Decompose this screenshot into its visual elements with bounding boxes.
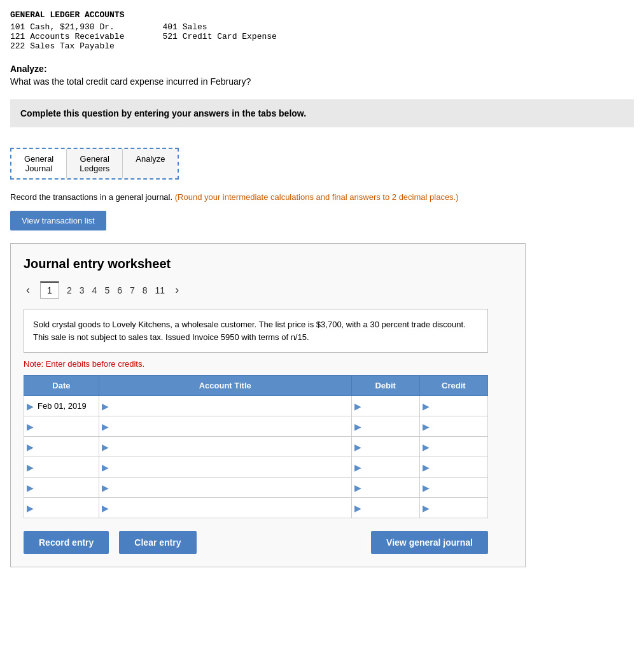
- account-cell-3[interactable]: ▶: [99, 437, 351, 457]
- debit-arrow-2: ▶: [352, 422, 361, 432]
- note-text: Note: Enter debits before credits.: [24, 359, 512, 369]
- col-header-account: Account Title: [99, 376, 351, 396]
- page-6-button[interactable]: 6: [117, 285, 122, 295]
- credit-cell-5[interactable]: ▶: [419, 478, 487, 498]
- analyze-title: Analyze:: [10, 64, 634, 74]
- debit-cell-6[interactable]: ▶: [351, 498, 419, 518]
- credit-arrow-5: ▶: [420, 483, 430, 493]
- ledger-accounts-left: 101 Cash, $21,930 Dr. 121 Accounts Recei…: [10, 22, 124, 51]
- page-1-button[interactable]: 1: [40, 281, 59, 299]
- ledger-account-item: 222 Sales Tax Payable: [10, 41, 124, 51]
- col-header-date: Date: [24, 376, 99, 396]
- account-cell-5[interactable]: ▶: [99, 478, 351, 498]
- credit-cell-1[interactable]: ▶: [419, 396, 487, 416]
- page-5-button[interactable]: 5: [104, 285, 109, 295]
- record-entry-button[interactable]: Record entry: [24, 531, 109, 554]
- debit-cell-2[interactable]: ▶: [351, 416, 419, 437]
- debit-cell-1[interactable]: ▶: [351, 396, 419, 416]
- account-input-3[interactable]: [109, 439, 351, 454]
- analyze-question: What was the total credit card expense i…: [10, 76, 634, 87]
- prev-page-button[interactable]: ‹: [24, 282, 32, 298]
- page-4-button[interactable]: 4: [92, 285, 97, 295]
- debit-input-1[interactable]: [361, 399, 419, 413]
- debit-input-4[interactable]: [361, 460, 419, 474]
- table-row: ▶ ▶ ▶ ▶: [24, 498, 488, 518]
- credit-input-4[interactable]: [430, 460, 487, 474]
- date-arrow-1: ▶: [24, 401, 34, 411]
- record-instruction: Record the transactions in a general jou…: [10, 192, 634, 202]
- account-input-4[interactable]: [109, 460, 351, 474]
- debit-input-6[interactable]: [361, 500, 419, 515]
- debit-input-3[interactable]: [361, 439, 419, 454]
- debit-input-2[interactable]: [361, 419, 419, 434]
- worksheet-container: Journal entry worksheet ‹ 1 2 3 4 5 6 7 …: [10, 243, 526, 567]
- debit-cell-4[interactable]: ▶: [351, 457, 419, 478]
- debit-arrow-3: ▶: [352, 442, 361, 452]
- date-arrow-2: ▶: [24, 422, 34, 432]
- view-transaction-button[interactable]: View transaction list: [10, 211, 106, 230]
- credit-input-5[interactable]: [430, 480, 487, 495]
- credit-cell-3[interactable]: ▶: [419, 437, 487, 457]
- tab-analyze[interactable]: Analyze: [123, 149, 178, 178]
- ledger-account-item: 121 Accounts Receivable: [10, 32, 124, 41]
- account-input-5[interactable]: [109, 480, 351, 495]
- journal-table: Date Account Title Debit Credit ▶ Feb 01…: [24, 375, 488, 518]
- account-input-2[interactable]: [109, 419, 351, 434]
- credit-input-1[interactable]: [430, 399, 487, 413]
- record-instruction-orange: (Round your intermediate calculations an…: [175, 192, 459, 202]
- instruction-text: Complete this question by entering your …: [20, 108, 306, 118]
- page-navigation: ‹ 1 2 3 4 5 6 7 8 11 ›: [24, 281, 512, 299]
- account-arrow-5: ▶: [99, 483, 109, 493]
- next-page-button[interactable]: ›: [172, 282, 181, 298]
- date-cell-2: ▶: [24, 416, 99, 437]
- account-arrow-1: ▶: [99, 401, 109, 411]
- account-arrow-2: ▶: [99, 422, 109, 432]
- debit-input-5[interactable]: [361, 480, 419, 495]
- credit-input-3[interactable]: [430, 439, 487, 454]
- tabs-container: GeneralJournal GeneralLedgers Analyze: [10, 148, 179, 180]
- scenario-box: Sold crystal goods to Lovely Kitchens, a…: [24, 309, 488, 353]
- ledger-section: GENERAL LEDGER ACCOUNTS 101 Cash, $21,93…: [10, 10, 634, 51]
- debit-cell-5[interactable]: ▶: [351, 478, 419, 498]
- credit-input-2[interactable]: [430, 419, 487, 434]
- page-11-button[interactable]: 11: [155, 285, 165, 295]
- account-cell-6[interactable]: ▶: [99, 498, 351, 518]
- worksheet-title: Journal entry worksheet: [24, 257, 512, 271]
- account-cell-2[interactable]: ▶: [99, 416, 351, 437]
- debit-cell-3[interactable]: ▶: [351, 437, 419, 457]
- date-cell-5: ▶: [24, 478, 99, 498]
- debit-arrow-4: ▶: [352, 462, 361, 472]
- date-cell-3: ▶: [24, 437, 99, 457]
- date-arrow-5: ▶: [24, 483, 34, 493]
- date-arrow-6: ▶: [24, 503, 34, 513]
- account-cell-4[interactable]: ▶: [99, 457, 351, 478]
- credit-cell-4[interactable]: ▶: [419, 457, 487, 478]
- credit-arrow-4: ▶: [420, 462, 430, 472]
- account-arrow-3: ▶: [99, 442, 109, 452]
- clear-entry-button[interactable]: Clear entry: [119, 531, 196, 554]
- page-7-button[interactable]: 7: [130, 285, 135, 295]
- credit-cell-6[interactable]: ▶: [419, 498, 487, 518]
- account-input-1[interactable]: [109, 399, 351, 413]
- page-3-button[interactable]: 3: [80, 285, 85, 295]
- ledger-account-item: 101 Cash, $21,930 Dr.: [10, 22, 124, 32]
- tab-general-ledgers[interactable]: GeneralLedgers: [67, 149, 123, 178]
- credit-arrow-1: ▶: [420, 401, 430, 411]
- page-8-button[interactable]: 8: [143, 285, 148, 295]
- debit-arrow-5: ▶: [352, 483, 361, 493]
- date-cell-1: ▶ Feb 01, 2019: [24, 396, 99, 416]
- account-arrow-4: ▶: [99, 462, 109, 472]
- analyze-section: Analyze: What was the total credit card …: [10, 64, 634, 87]
- credit-input-6[interactable]: [430, 500, 487, 515]
- account-arrow-6: ▶: [99, 503, 109, 513]
- account-cell-1[interactable]: ▶: [99, 396, 351, 416]
- view-general-journal-button[interactable]: View general journal: [371, 531, 488, 554]
- col-header-credit: Credit: [419, 376, 487, 396]
- account-input-6[interactable]: [109, 500, 351, 515]
- date-value-1: Feb 01, 2019: [34, 399, 90, 413]
- col-header-debit: Debit: [351, 376, 419, 396]
- page-2-button[interactable]: 2: [67, 285, 72, 295]
- tab-general-journal[interactable]: GeneralJournal: [11, 149, 67, 178]
- credit-cell-2[interactable]: ▶: [419, 416, 487, 437]
- debit-arrow-1: ▶: [352, 401, 361, 411]
